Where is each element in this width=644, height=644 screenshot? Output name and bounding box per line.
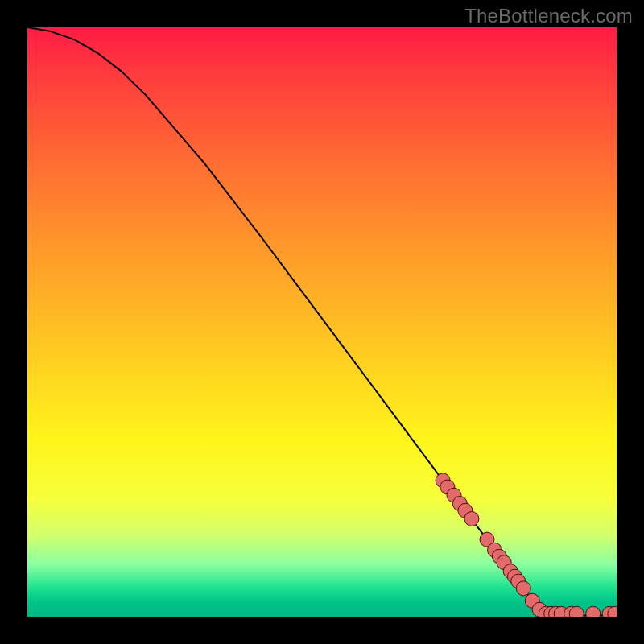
chart-frame: TheBottleneck.com [0,0,644,644]
data-marker [569,606,584,617]
chart-svg-layer [27,27,617,617]
data-marker [464,512,479,526]
attribution-label: TheBottleneck.com [464,5,633,27]
curve-line [27,27,617,616]
plot-area [27,27,617,617]
marker-group [436,473,617,617]
data-marker [516,581,530,596]
data-marker [586,606,601,617]
